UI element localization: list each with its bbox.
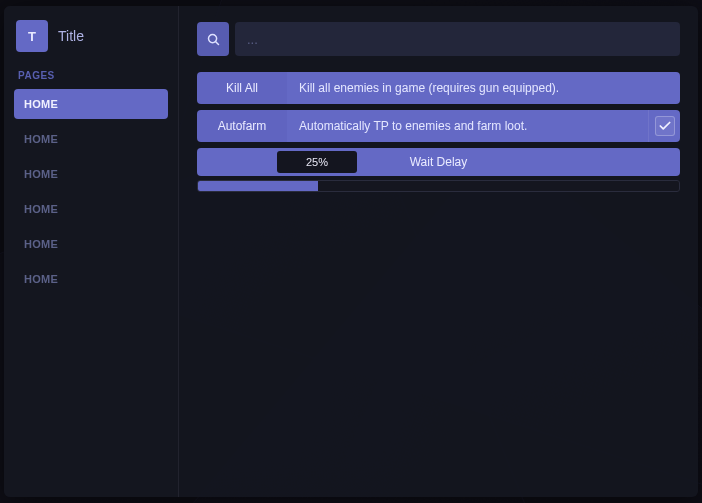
autofarm-toggle[interactable] [655,116,675,136]
autofarm-row: Autofarm Automatically TP to enemies and… [197,110,680,142]
search-button[interactable] [197,22,229,56]
app-title: Title [58,28,84,44]
wait-delay-title: Wait Delay [197,155,680,169]
title-badge: T [16,20,48,52]
wait-delay-block: 25% Wait Delay [197,148,680,192]
wait-delay-slider[interactable] [197,180,680,192]
nav-list: HOMEHOMEHOMEHOMEHOMEHOME [14,89,168,299]
sidebar: T Title PAGES HOMEHOMEHOMEHOMEHOMEHOME [4,6,179,497]
kill-all-row[interactable]: Kill All Kill all enemies in game (requi… [197,72,680,104]
main-panel: Kill All Kill all enemies in game (requi… [179,6,698,497]
search-row [197,22,680,56]
app-window: T Title PAGES HOMEHOMEHOMEHOMEHOMEHOME K… [4,6,698,497]
search-icon [206,32,221,47]
sidebar-item-home[interactable]: HOME [14,194,168,224]
wait-delay-value: 25% [277,151,357,173]
autofarm-label: Autofarm [197,110,287,142]
sidebar-item-home[interactable]: HOME [14,89,168,119]
sidebar-section-label: PAGES [18,70,168,81]
wait-delay-header: 25% Wait Delay [197,148,680,176]
wait-delay-fill [198,181,318,191]
kill-all-label: Kill All [197,72,287,104]
action-rows: Kill All Kill all enemies in game (requi… [197,72,680,192]
check-icon [658,119,672,133]
sidebar-item-home[interactable]: HOME [14,229,168,259]
svg-line-1 [215,41,218,44]
sidebar-item-home[interactable]: HOME [14,124,168,154]
search-input[interactable] [235,22,680,56]
sidebar-item-home[interactable]: HOME [14,264,168,294]
autofarm-toggle-wrap [648,110,680,142]
title-row: T Title [14,20,168,52]
autofarm-desc: Automatically TP to enemies and farm loo… [287,110,648,142]
sidebar-item-home[interactable]: HOME [14,159,168,189]
kill-all-desc: Kill all enemies in game (requires gun e… [287,72,680,104]
